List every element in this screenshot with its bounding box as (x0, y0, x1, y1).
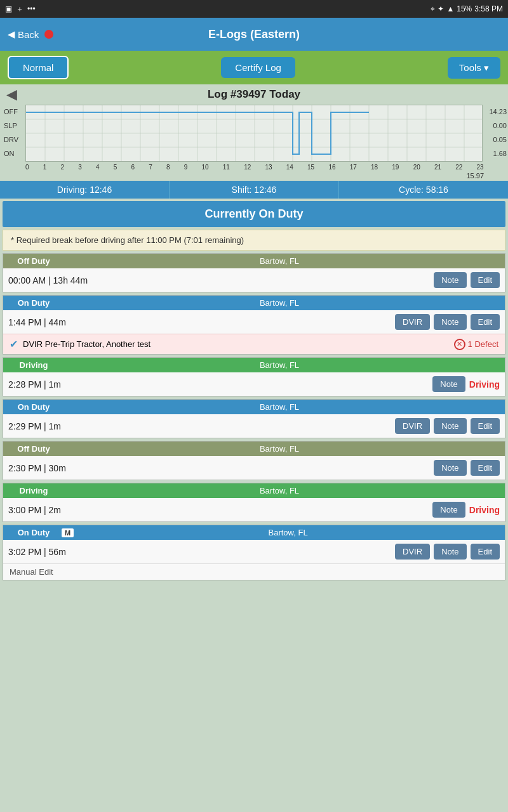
log-entry-1: On Duty Bartow, FL 1:44 PM | 44m DVIR No… (3, 295, 505, 355)
entry-body-4: 2:30 PM | 30m Note Edit (3, 456, 505, 480)
entry-time-0: 00:00 AM | 13h 44m (8, 275, 430, 285)
entry-body-1: 1:44 PM | 44m DVIR Note Edit (3, 310, 505, 334)
status-bar-right: ⌖ ✦ ▲ 15% 3:58 PM (431, 4, 503, 13)
entry-type-1: On Duty (8, 298, 59, 308)
note-button-3[interactable]: Note (434, 418, 466, 434)
entry-time-1: 1:44 PM | 44m (8, 317, 391, 327)
on-duty-banner: Currently On Duty (3, 201, 505, 227)
entry-location-3: Bartow, FL (59, 402, 500, 412)
chart-label-on: ON (4, 147, 18, 160)
log-header: ◀ Log #39497 Today (0, 84, 508, 102)
stats-driving: Driving: 12:46 (0, 181, 170, 199)
dvir-defect: ✕ 1 Defect (454, 339, 498, 350)
chart-area: OFF SLP DRV ON (0, 102, 508, 181)
note-button-5[interactable]: Note (432, 502, 465, 518)
android-icon: ▣ (5, 4, 12, 13)
entry-type-4: Off Duty (8, 444, 59, 454)
back-arrow-icon: ◀ (8, 29, 15, 40)
entry-header-6: On Duty M Bartow, FL (3, 525, 505, 540)
edit-button-6[interactable]: Edit (471, 544, 500, 560)
time-display: 3:58 PM (474, 4, 503, 13)
dvir-button-1[interactable]: DVIR (395, 314, 430, 330)
entry-type-2: Driving (8, 360, 59, 370)
edit-button-3[interactable]: Edit (471, 418, 500, 434)
log-entry-6: On Duty M Bartow, FL 3:02 PM | 56m DVIR … (3, 525, 505, 580)
nav-title: E-Logs (Eastern) (208, 28, 300, 41)
back-label: Back (18, 29, 39, 40)
chart-right-on: 1.68 (489, 147, 507, 160)
chart-label-drv: DRV (4, 133, 18, 147)
normal-button[interactable]: Normal (8, 56, 69, 79)
plus-icon: ＋ (16, 4, 23, 15)
chart-labels-right: 14.23 0.00 0.05 1.68 (489, 105, 507, 160)
chart-right-off: 14.23 (489, 105, 507, 119)
edit-button-1[interactable]: Edit (471, 314, 500, 330)
entry-header-5: Driving Bartow, FL (3, 483, 505, 498)
entry-header-2: Driving Bartow, FL (3, 358, 505, 372)
dvir-check-icon: ✔ (10, 338, 18, 350)
dvir-button-6[interactable]: DVIR (395, 544, 430, 560)
log-entry-5: Driving Bartow, FL 3:00 PM | 2m Note Dri… (3, 483, 505, 522)
chart-label-slp: SLP (4, 119, 18, 133)
entry-time-4: 2:30 PM | 30m (8, 463, 430, 473)
log-entry-0: Off Duty Bartow, FL 00:00 AM | 13h 44m N… (3, 253, 505, 292)
manual-edit-note: Manual Edit (3, 563, 505, 580)
tools-button[interactable]: Tools ▾ (448, 57, 500, 79)
entry-location-4: Bartow, FL (59, 444, 500, 454)
edit-button-0[interactable]: Edit (471, 272, 500, 288)
wifi-icon: ▲ (446, 4, 454, 13)
note-button-2[interactable]: Note (432, 376, 465, 392)
edit-button-4[interactable]: Edit (471, 460, 500, 476)
entry-type-0: Off Duty (8, 256, 59, 266)
entry-location-2: Bartow, FL (59, 360, 500, 370)
entry-body-5: 3:00 PM | 2m Note Driving (3, 498, 505, 521)
entry-header-4: Off Duty Bartow, FL (3, 442, 505, 456)
dvir-label: DVIR Pre-Trip Tractor, Another test (23, 339, 150, 349)
driving-button-2[interactable]: Driving (469, 379, 500, 390)
chart-right-slp: 0.00 (489, 119, 507, 133)
log-title: Log #39497 Today (208, 88, 300, 101)
chart-svg (25, 105, 484, 164)
log-back-arrow[interactable]: ◀ (6, 86, 17, 103)
back-button[interactable]: ◀ Back (8, 29, 39, 40)
note-button-0[interactable]: Note (434, 272, 466, 288)
bluetooth-icon: ✦ (438, 4, 444, 13)
entry-type-5: Driving (8, 486, 59, 495)
stats-shift: Shift: 12:46 (170, 181, 339, 199)
entry-body-6: 3:02 PM | 56m DVIR Note Edit (3, 540, 505, 563)
entry-type-3: On Duty (8, 402, 59, 412)
defect-count: 1 Defect (468, 339, 498, 349)
entry-body-0: 00:00 AM | 13h 44m Note Edit (3, 268, 505, 292)
entry-time-3: 2:29 PM | 1m (8, 421, 391, 431)
log-entries: Off Duty Bartow, FL 00:00 AM | 13h 44m N… (0, 253, 508, 580)
chart-labels-left: OFF SLP DRV ON (4, 105, 18, 160)
entry-body-3: 2:29 PM | 1m DVIR Note Edit (3, 414, 505, 438)
entry-body-2: 2:28 PM | 1m Note Driving (3, 372, 505, 396)
break-warning: * Required break before driving after 11… (3, 230, 505, 251)
stats-bar: Driving: 12:46 Shift: 12:46 Cycle: 58:16 (0, 181, 508, 199)
entry-location-6: Bartow, FL (76, 528, 500, 537)
dvir-button-3[interactable]: DVIR (395, 418, 430, 434)
entry-time-2: 2:28 PM | 1m (8, 379, 429, 390)
location-icon: ⌖ (431, 4, 435, 13)
chart-total: 15.97 (25, 172, 484, 180)
chart-hours: 012 345 678 91011 121314 151617 181920 2… (25, 164, 484, 172)
entry-header-3: On Duty Bartow, FL (3, 400, 505, 414)
entry-location-5: Bartow, FL (59, 486, 500, 495)
certify-log-button[interactable]: Certify Log (221, 57, 295, 78)
nav-bar: ◀ Back E-Logs (Eastern) (0, 18, 508, 51)
entry-badge-m: M (62, 528, 74, 537)
stats-cycle: Cycle: 58:16 (339, 181, 508, 199)
note-button-1[interactable]: Note (434, 314, 466, 330)
log-entry-3: On Duty Bartow, FL 2:29 PM | 1m DVIR Not… (3, 399, 505, 438)
entry-location-1: Bartow, FL (59, 298, 500, 308)
chart-label-off: OFF (4, 105, 18, 119)
note-button-4[interactable]: Note (434, 460, 466, 476)
toolbar: Normal Certify Log Tools ▾ (0, 51, 508, 84)
defect-x-icon: ✕ (454, 339, 465, 350)
status-bar-left: ▣ ＋ ••• (5, 4, 36, 15)
entry-header-1: On Duty Bartow, FL (3, 296, 505, 310)
entry-type-6: On Duty (8, 528, 59, 537)
note-button-6[interactable]: Note (434, 544, 466, 560)
driving-button-5[interactable]: Driving (469, 505, 500, 515)
